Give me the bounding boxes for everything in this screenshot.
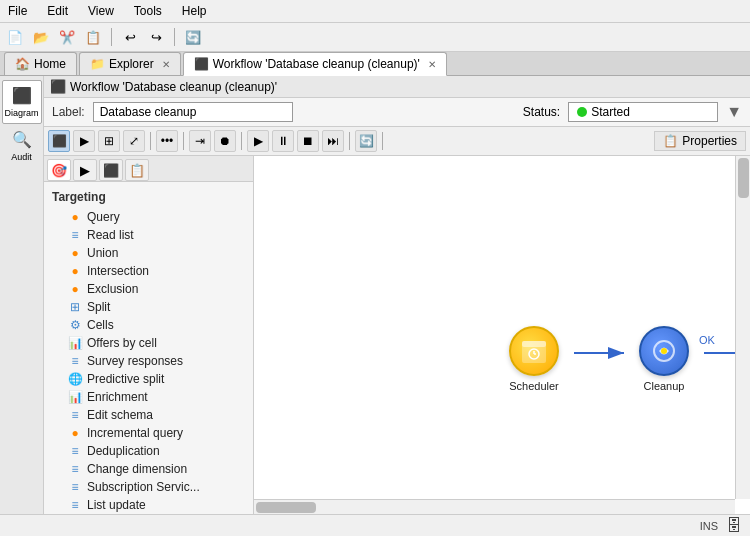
lp-item-enrichment[interactable]: 📊 Enrichment xyxy=(44,388,253,406)
tab-home[interactable]: 🏠 Home xyxy=(4,52,77,75)
menu-tools[interactable]: Tools xyxy=(130,2,166,20)
diagram-toolbar: ⬛ ▶ ⊞ ⤢ ••• ⇥ ⏺ ▶ ⏸ ⏹ ⏭ 🔄 📋 Properti xyxy=(44,127,750,156)
sidebar-audit[interactable]: 🔍 Audit xyxy=(2,124,42,168)
new-btn[interactable]: 📄 xyxy=(4,26,26,48)
undo-btn[interactable]: ↩ xyxy=(119,26,141,48)
lp-item-readlist[interactable]: ≡ Read list xyxy=(44,226,253,244)
dt-btn-grid[interactable]: ⊞ xyxy=(98,130,120,152)
lp-item-survey[interactable]: ≡ Survey responses xyxy=(44,352,253,370)
scheduler-icon xyxy=(519,336,549,366)
redo-btn[interactable]: ↪ xyxy=(145,26,167,48)
audit-label: Audit xyxy=(11,152,32,162)
lp-item-subscription[interactable]: ≡ Subscription Servic... xyxy=(44,478,253,496)
dt-btn-workflow[interactable]: ⬛ xyxy=(48,130,70,152)
predictive-icon: 🌐 xyxy=(68,372,82,386)
lp-item-intersection[interactable]: ● Intersection xyxy=(44,262,253,280)
diagram-area[interactable]: OK xyxy=(254,156,750,514)
dt-btn-stop[interactable]: ⏹ xyxy=(297,130,319,152)
audit-icon: 🔍 xyxy=(5,130,39,149)
scheduler-circle xyxy=(509,326,559,376)
lp-tab-flow[interactable]: ⬛ xyxy=(99,159,123,181)
left-panel-list: Targeting ● Query ≡ Read list ● Union xyxy=(44,182,253,514)
tab-explorer-close[interactable]: ✕ xyxy=(162,59,170,70)
dt-btn-pause[interactable]: ⏸ xyxy=(272,130,294,152)
status-indicator xyxy=(577,107,587,117)
dt-btn-reload[interactable]: 🔄 xyxy=(355,130,377,152)
scheduler-label: Scheduler xyxy=(509,380,559,392)
dt-btn-start[interactable]: ▶ xyxy=(73,130,95,152)
lp-tab-play[interactable]: ▶ xyxy=(73,159,97,181)
open-btn[interactable]: 📂 xyxy=(30,26,52,48)
lp-item-editschema[interactable]: ≡ Edit schema xyxy=(44,406,253,424)
dt-btn-import[interactable]: ⇥ xyxy=(189,130,211,152)
lp-item-predictive[interactable]: 🌐 Predictive split xyxy=(44,370,253,388)
union-icon: ● xyxy=(68,246,82,260)
lp-item-exclusion[interactable]: ● Exclusion xyxy=(44,280,253,298)
properties-button[interactable]: 📋 Properties xyxy=(654,131,746,151)
cells-label: Cells xyxy=(87,318,114,332)
dt-btn-step[interactable]: ⏭ xyxy=(322,130,344,152)
db-icon: 🗄 xyxy=(726,517,742,535)
lp-item-dedup[interactable]: ≡ Deduplication xyxy=(44,442,253,460)
node-scheduler[interactable]: Scheduler xyxy=(499,326,569,392)
copy-btn[interactable]: 📋 xyxy=(82,26,104,48)
diagram-label: Diagram xyxy=(5,108,39,118)
dedup-icon: ≡ xyxy=(68,444,82,458)
lp-item-incremental[interactable]: ● Incremental query xyxy=(44,424,253,442)
diagram-scrollbar-h[interactable] xyxy=(254,499,735,514)
label-input[interactable] xyxy=(93,102,293,122)
lp-item-union[interactable]: ● Union xyxy=(44,244,253,262)
home-icon: 🏠 xyxy=(15,57,30,71)
exclusion-label: Exclusion xyxy=(87,282,138,296)
svg-rect-2 xyxy=(522,341,546,347)
dt-sep-4 xyxy=(349,132,350,150)
app-window: File Edit View Tools Help 📄 📂 ✂️ 📋 ↩ ↪ 🔄… xyxy=(0,0,750,536)
menu-view[interactable]: View xyxy=(84,2,118,20)
dt-btn-more[interactable]: ••• xyxy=(156,130,178,152)
workflow-header: ⬛ Workflow 'Database cleanup (cleanup)' xyxy=(44,76,750,98)
lp-section-targeting: Targeting xyxy=(44,186,253,208)
sidebar-diagram[interactable]: ⬛ Diagram xyxy=(2,80,42,124)
union-label: Union xyxy=(87,246,118,260)
changedim-label: Change dimension xyxy=(87,462,187,476)
node-cleanup[interactable]: Cleanup xyxy=(629,326,699,392)
lp-tab-targeting[interactable]: 🎯 xyxy=(47,159,71,181)
cut-btn[interactable]: ✂️ xyxy=(56,26,78,48)
menu-edit[interactable]: Edit xyxy=(43,2,72,20)
dt-sep-5 xyxy=(382,132,383,150)
statusbar: INS 🗄 xyxy=(0,514,750,536)
dt-btn-zoom-fit[interactable]: ⤢ xyxy=(123,130,145,152)
statusbar-right: INS 🗄 xyxy=(700,517,742,535)
lp-tab-more[interactable]: 📋 xyxy=(125,159,149,181)
tab-workflow[interactable]: ⬛ Workflow 'Database cleanup (cleanup)' … xyxy=(183,52,447,76)
dt-btn-play[interactable]: ▶ xyxy=(247,130,269,152)
lp-item-split[interactable]: ⊞ Split xyxy=(44,298,253,316)
body-area: ⬛ Diagram 🔍 Audit ⬛ Workflow 'Database c… xyxy=(0,76,750,514)
lp-item-changedim[interactable]: ≡ Change dimension xyxy=(44,460,253,478)
menu-file[interactable]: File xyxy=(4,2,31,20)
exclusion-icon: ● xyxy=(68,282,82,296)
subscription-icon: ≡ xyxy=(68,480,82,494)
listupdate-label: List update xyxy=(87,498,146,512)
cleanup-circle xyxy=(639,326,689,376)
scroll-thumb-h[interactable] xyxy=(256,502,316,513)
status-dropdown[interactable]: ▼ xyxy=(726,103,742,121)
menu-help[interactable]: Help xyxy=(178,2,211,20)
lp-item-offers-by-cell[interactable]: 📊 Offers by cell xyxy=(44,334,253,352)
readlist-icon: ≡ xyxy=(68,228,82,242)
scroll-thumb-v[interactable] xyxy=(738,158,749,198)
lp-item-query[interactable]: ● Query xyxy=(44,208,253,226)
wf-header-icon: ⬛ xyxy=(50,79,66,94)
tab-explorer[interactable]: 📁 Explorer ✕ xyxy=(79,52,181,75)
ok-label: OK xyxy=(699,334,716,346)
refresh-btn[interactable]: 🔄 xyxy=(182,26,204,48)
editschema-label: Edit schema xyxy=(87,408,153,422)
left-sidebar: ⬛ Diagram 🔍 Audit xyxy=(0,76,44,514)
dt-btn-track[interactable]: ⏺ xyxy=(214,130,236,152)
diagram-scrollbar-v[interactable] xyxy=(735,156,750,499)
intersection-label: Intersection xyxy=(87,264,149,278)
lp-item-cells[interactable]: ⚙ Cells xyxy=(44,316,253,334)
lp-item-listupdate[interactable]: ≡ List update xyxy=(44,496,253,514)
offers-icon: 📊 xyxy=(68,336,82,350)
tab-workflow-close[interactable]: ✕ xyxy=(428,59,436,70)
